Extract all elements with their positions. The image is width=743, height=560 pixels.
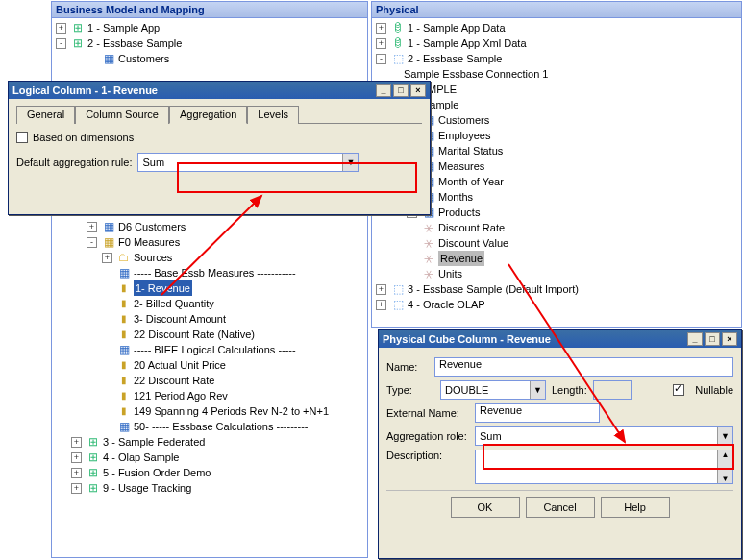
icon-cubeblue-icon: ⬚: [390, 298, 406, 311]
tree-row[interactable]: ▮22 Discount Rate: [52, 373, 367, 388]
expand-icon[interactable]: +: [87, 222, 97, 232]
maximize-button[interactable]: □: [705, 332, 720, 346]
tree-row[interactable]: +⊞9 - Usage Tracking: [52, 480, 367, 496]
icon-dim-icon: ▦: [116, 343, 132, 356]
tree-row[interactable]: ⚹Revenue: [372, 251, 741, 266]
nullable-label: Nullable: [695, 384, 733, 396]
expand-icon[interactable]: +: [71, 437, 82, 448]
ok-button[interactable]: OK: [451, 497, 520, 518]
cancel-button[interactable]: Cancel: [526, 497, 595, 518]
tree-row[interactable]: ▮121 Period Ago Rev: [52, 388, 367, 403]
tree-row[interactable]: +🛢1 - Sample App Data: [372, 20, 741, 36]
scroll-down-icon[interactable]: ▼: [722, 475, 730, 483]
expand-icon[interactable]: +: [102, 253, 112, 263]
expand-icon[interactable]: +: [376, 300, 386, 310]
tree-row[interactable]: +⊞3 - Sample Federated: [52, 434, 367, 450]
expand-icon[interactable]: +: [71, 468, 82, 478]
close-button[interactable]: ×: [722, 332, 737, 346]
tree-row[interactable]: ▦50- ----- Essbase Calculations --------…: [52, 419, 367, 434]
tree-label: 4 - Oracle OLAP: [408, 297, 485, 312]
maximize-button[interactable]: □: [393, 84, 409, 97]
name-label: Name:: [386, 361, 434, 373]
expand-icon[interactable]: +: [376, 23, 386, 34]
length-input[interactable]: [593, 380, 632, 400]
collapse-icon[interactable]: -: [87, 237, 97, 248]
tree-label: Employees: [438, 128, 490, 143]
physical-cube-column-dialog: Physical Cube Column - Revenue _ □ × Nam…: [378, 329, 742, 559]
icon-col-icon: ▮: [116, 312, 132, 326]
tree-label: Products: [438, 205, 480, 220]
expand-icon[interactable]: +: [376, 38, 386, 49]
expand-icon[interactable]: +: [376, 284, 386, 295]
scrollbar[interactable]: ▲ ▼: [717, 450, 732, 483]
tree-label: 22 Discount Rate (Native): [134, 327, 255, 342]
icon-cubeblue-icon: ⬚: [390, 282, 406, 296]
minimize-button[interactable]: _: [687, 332, 703, 346]
tree-row[interactable]: +⬚3 - Essbase Sample (Default Import): [372, 281, 741, 297]
tree-row[interactable]: +⊞1 - Sample App: [52, 20, 367, 36]
tree-label: ----- BIEE Logical Calculations -----: [134, 342, 296, 357]
tree-row[interactable]: ▮3- Discount Amount: [52, 311, 367, 327]
external-name-input[interactable]: Revenue: [475, 403, 600, 423]
tab-column-source[interactable]: Column Source: [75, 106, 169, 124]
icon-db-icon: 🛢: [390, 21, 406, 35]
tab-general[interactable]: General: [16, 106, 75, 124]
tree-row[interactable]: -⊞2 - Essbase Sample: [52, 36, 367, 51]
tree-label: 3 - Sample Federated: [103, 434, 205, 450]
type-value: DOUBLE: [441, 384, 530, 396]
logical-dialog-title: Logical Column - 1- Revenue: [12, 85, 158, 96]
logical-dialog-titlebar: Logical Column - 1- Revenue _ □ ×: [9, 82, 430, 99]
tree-row[interactable]: ▮20 Actual Unit Price: [52, 357, 367, 373]
collapse-icon[interactable]: -: [376, 54, 386, 64]
tree-row[interactable]: ▮1- Revenue: [52, 280, 367, 296]
aggregation-role-combo[interactable]: Sum ▼: [475, 426, 733, 446]
minimize-button[interactable]: _: [376, 84, 391, 97]
close-button[interactable]: ×: [410, 84, 426, 97]
tree-label: 9 - Usage Tracking: [103, 480, 191, 496]
description-textarea[interactable]: ▲ ▼: [475, 450, 733, 484]
tree-row[interactable]: ⚹Discount Rate: [372, 220, 741, 235]
tree-label: 3- Discount Amount: [134, 311, 226, 327]
collapse-icon[interactable]: -: [56, 38, 66, 49]
tab-levels[interactable]: Levels: [247, 106, 299, 124]
name-input[interactable]: Revenue: [434, 357, 733, 377]
tree-row[interactable]: ⚹Discount Value: [372, 235, 741, 251]
type-combo[interactable]: DOUBLE ▼: [440, 380, 546, 400]
expand-icon[interactable]: +: [56, 23, 66, 34]
chevron-down-icon[interactable]: ▼: [342, 154, 358, 171]
tree-row[interactable]: -⬚2 - Essbase Sample: [372, 51, 741, 66]
tree-row[interactable]: Sample Essbase Connection 1: [372, 66, 741, 82]
business-model-tree[interactable]: +⊞1 - Sample App-⊞2 - Essbase Sample▦Cus…: [52, 18, 367, 68]
tree-row[interactable]: ⚹Units: [372, 266, 741, 281]
chevron-down-icon[interactable]: ▼: [717, 427, 732, 445]
business-model-tree-continued[interactable]: +▦D6 Customers-▦F0 Measures+🗀Sources▦---…: [52, 217, 367, 498]
tree-row[interactable]: +▦D6 Customers: [52, 219, 367, 234]
tree-row[interactable]: ▮149 Spanning 4 Periods Rev N-2 to +N+1: [52, 403, 367, 419]
icon-col-icon: ▮: [116, 374, 132, 387]
expand-icon[interactable]: +: [71, 452, 82, 463]
nullable-checkbox[interactable]: ✓: [673, 384, 684, 396]
tree-row[interactable]: +⊞4 - Olap Sample: [52, 450, 367, 465]
tree-label: Discount Value: [438, 235, 508, 251]
expand-icon[interactable]: +: [71, 483, 82, 494]
tree-row[interactable]: ▮22 Discount Rate (Native): [52, 327, 367, 342]
tab-aggregation[interactable]: Aggregation: [169, 106, 247, 124]
tree-row[interactable]: ▦Customers: [52, 51, 367, 66]
tree-row[interactable]: +🗀Sources: [52, 250, 367, 265]
icon-col-icon: ▮: [116, 404, 132, 418]
tree-row[interactable]: ▦----- Base Essb Measures -----------: [52, 265, 367, 280]
default-aggregation-combo[interactable]: Sum ▼: [137, 153, 359, 172]
tree-row[interactable]: +⊞5 - Fusion Order Demo: [52, 465, 367, 480]
tree-row[interactable]: +🛢1 - Sample App Xml Data: [372, 36, 741, 51]
chevron-down-icon[interactable]: ▼: [530, 381, 545, 399]
scroll-up-icon[interactable]: ▲: [722, 450, 730, 459]
tree-label: 20 Actual Unit Price: [134, 357, 226, 373]
tree-row[interactable]: ▮2- Billed Quantity: [52, 296, 367, 311]
tree-row[interactable]: +⬚4 - Oracle OLAP: [372, 297, 741, 312]
icon-db-icon: ⊞: [86, 481, 101, 495]
help-button[interactable]: Help: [601, 497, 670, 518]
tree-row[interactable]: -▦F0 Measures: [52, 234, 367, 250]
based-on-dimensions-checkbox[interactable]: Based on dimensions: [16, 132, 422, 143]
icon-dim-icon: ▦: [116, 266, 132, 280]
tree-row[interactable]: ▦----- BIEE Logical Calculations -----: [52, 342, 367, 357]
